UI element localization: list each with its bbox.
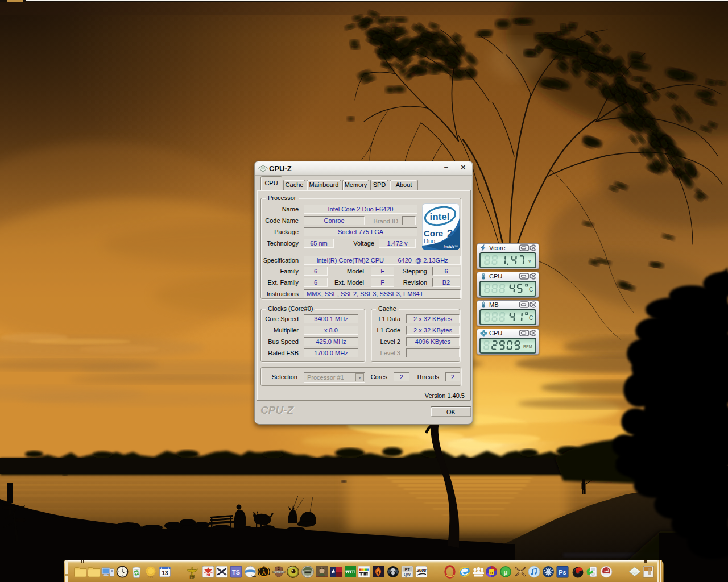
svg-text:2008: 2008 — [416, 568, 427, 573]
svg-text:C: C — [529, 315, 533, 321]
svg-text:BATTLEFIELD 2: BATTLEFIELD 2 — [272, 571, 286, 573]
svg-text:µ: µ — [504, 568, 508, 576]
svg-text:2: 2 — [447, 227, 453, 239]
svg-text:74°F: 74°F — [147, 575, 154, 579]
svg-text:ET: ET — [206, 573, 210, 576]
svg-text:ET: ET — [405, 568, 411, 572]
svg-text:QW: QW — [404, 572, 411, 577]
svg-text:Duo: Duo — [424, 238, 435, 244]
svg-text:λ: λ — [262, 568, 266, 576]
svg-text:n: n — [490, 570, 493, 575]
svg-text:intel: intel — [430, 211, 450, 222]
svg-text:v: v — [528, 258, 531, 264]
svg-text:Core: Core — [424, 228, 443, 238]
svg-text:13: 13 — [162, 570, 168, 576]
svg-text:ESF: ESF — [190, 576, 195, 579]
svg-text:2: 2 — [278, 567, 280, 571]
svg-text:C: C — [529, 286, 533, 293]
svg-text:RPM: RPM — [523, 344, 532, 348]
svg-text:TS: TS — [232, 569, 240, 576]
svg-text:inside™: inside™ — [444, 244, 458, 248]
svg-text:Ps: Ps — [559, 569, 566, 576]
